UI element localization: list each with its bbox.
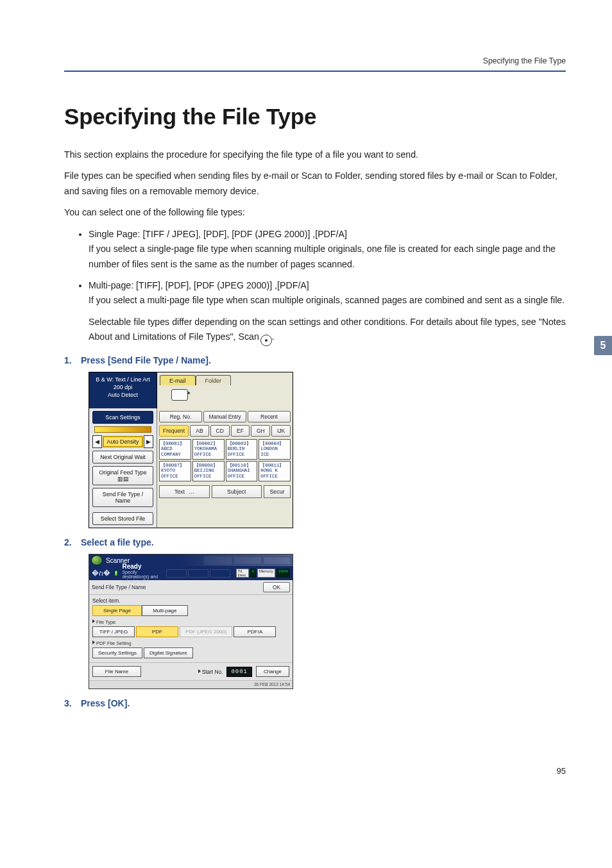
scan-mode-line2: 200 dpi <box>89 384 157 392</box>
opt-security-settings[interactable]: Security Settings <box>92 647 142 658</box>
bullet-single-page-head: Single Page: [TIFF / JPEG], [PDF], [PDF … <box>89 229 347 239</box>
single-page-toggle[interactable]: Single Page <box>92 605 142 616</box>
running-header: Specifying the File Type <box>64 56 566 65</box>
dialog-name: Send File Type / Name <box>92 584 146 590</box>
step-2: 2. Select a file type. <box>64 537 566 547</box>
reg-no-button[interactable]: Reg. No. <box>159 411 202 422</box>
ab-tab[interactable]: AB <box>190 425 209 437</box>
scan-mode-display: B & W: Text / Line Art 200 dpi Auto Dete… <box>89 372 157 408</box>
subject-button[interactable]: Subject <box>212 485 262 498</box>
manual-entry-button[interactable]: Manual Entry <box>203 411 246 422</box>
ready-led-icon <box>114 570 118 577</box>
select-item-label: Select item. <box>92 597 289 604</box>
dialog-status-bar: �ስ� Ready Specify destination(s) and set… <box>89 566 293 580</box>
gh-tab[interactable]: GH <box>251 425 270 437</box>
bullet-multi-page-desc-1: If you select a multi-page file type whe… <box>89 293 566 308</box>
dest-6[interactable]: 【00008】 BEIJING OFFICE <box>192 461 225 481</box>
file-type-label: File Type <box>92 619 289 625</box>
triangle-icon <box>92 619 95 623</box>
start-number-row: File Name Start No. 0001 Change <box>89 662 293 680</box>
dimmed-header-buttons <box>204 556 293 565</box>
next-original-wait-button[interactable]: Next Original Wait <box>92 451 153 463</box>
density-right-arrow[interactable]: ▶ <box>144 435 153 448</box>
opt-pdfa[interactable]: PDF/A <box>234 626 276 637</box>
text-button-ellipsis-icon: … <box>189 488 194 495</box>
scan-settings-button[interactable]: Scan Settings <box>92 411 153 424</box>
step-1: 1. Press [Send File Type / Name]. <box>64 355 566 365</box>
triangle-icon <box>198 669 201 673</box>
bullet-multi-page-desc-2: Selectable file types differ depending o… <box>89 315 566 346</box>
change-button[interactable]: Change <box>256 666 289 677</box>
ok-button[interactable]: OK <box>263 582 290 592</box>
ef-tab[interactable]: EF <box>231 425 250 437</box>
opt-digital-signature[interactable]: Digital Signature <box>144 647 193 658</box>
bullet-list: Single Page: [TIFF / JPEG], [PDF], [PDF … <box>64 227 566 347</box>
intro-paragraph-1: This section explains the procedure for … <box>64 147 566 162</box>
bullet-single-page-desc: If you select a single-page file type wh… <box>89 242 566 272</box>
dest-1[interactable]: 【00001】 ABCD COMPANY <box>159 439 191 460</box>
auto-density-button[interactable]: Auto Density <box>103 436 143 447</box>
freq-tab[interactable]: Frequent <box>159 425 189 437</box>
scanner-logo-icon <box>91 555 103 565</box>
total-dest-value: 0 <box>250 569 256 578</box>
page-number: 95 <box>64 766 566 776</box>
recent-button[interactable]: Recent <box>248 411 291 422</box>
start-no-value: 0001 <box>226 667 252 677</box>
pdf-file-setting-label-text: PDF File Setting <box>96 640 132 646</box>
text-button-label: Text <box>174 488 185 495</box>
step-1-text: Press [Send File Type / Name]. <box>81 355 211 365</box>
step-3-text: Press [OK]. <box>81 698 130 708</box>
intro-paragraph-2: File types can be specified when sending… <box>64 169 566 199</box>
internet-fax-icon[interactable] <box>171 389 188 401</box>
ready-subtext: Specify destination(s) and set original(… <box>122 570 162 583</box>
network-icon: �ስ� <box>92 569 110 578</box>
memory-label: Memory <box>257 569 275 578</box>
dest-5[interactable]: 【00007】 KYOTO OFFICE <box>159 461 191 481</box>
bullet-multi-page-head: Multi-page: [TIFF], [PDF], [PDF (JPEG 20… <box>89 280 309 290</box>
opt-tiff-jpeg[interactable]: TIFF / JPEG <box>92 626 135 637</box>
security-button[interactable]: Secur <box>264 485 291 498</box>
dest-4[interactable]: 【00004】 LONDON ICE <box>259 439 291 460</box>
memory-gauge: Ttl. Dest. 0 Memory 100% <box>236 569 290 578</box>
select-stored-file-button[interactable]: Select Stored File <box>92 512 153 525</box>
bullet-single-page: Single Page: [TIFF / JPEG], [PDF], [PDF … <box>89 227 566 272</box>
memory-value: 100% <box>276 569 290 578</box>
screenshot-file-type-dialog: Scanner �ስ� Ready Specify destination(s)… <box>89 554 293 689</box>
step-1-number: 1. <box>64 355 76 365</box>
step-3: 3. Press [OK]. <box>64 698 566 708</box>
file-name-button[interactable]: File Name <box>92 666 141 677</box>
chapter-side-tab: 5 <box>594 336 612 355</box>
density-gradient <box>94 426 151 433</box>
ready-label: Ready <box>122 563 162 570</box>
dialog-header-bar: Send File Type / Name OK <box>89 580 293 595</box>
triangle-icon <box>92 640 95 644</box>
step-2-text: Select a file type. <box>81 537 154 547</box>
original-feed-type-button[interactable]: Original Feed Type ▥▤ <box>92 466 153 485</box>
opt-pdf-jpeg2000: PDF (JPEG 2000) <box>180 626 232 637</box>
tab-folder[interactable]: Folder <box>196 375 232 385</box>
step-3-number: 3. <box>64 698 76 708</box>
density-left-arrow[interactable]: ◀ <box>92 435 102 448</box>
multi-page-toggle[interactable]: Multi-page <box>142 605 187 616</box>
send-file-type-name-button[interactable]: Send File Type / Name <box>92 488 153 507</box>
ijk-tab[interactable]: IJK <box>271 425 291 437</box>
tab-email[interactable]: E-mail <box>160 375 196 385</box>
file-type-label-text: File Type <box>96 619 115 625</box>
step-2-number: 2. <box>64 537 76 547</box>
bullet-multi-page-desc-2b: . <box>272 331 275 342</box>
dest-8[interactable]: 【00011】 HONG K OFFICE <box>259 461 291 481</box>
screenshot-scan-panel: B & W: Text / Line Art 200 dpi Auto Dete… <box>89 372 293 528</box>
original-feed-type-label: Original Feed Type <box>99 469 146 476</box>
opt-pdf[interactable]: PDF <box>136 626 178 637</box>
text-button[interactable]: Text … <box>159 485 210 498</box>
header-rule <box>64 71 566 72</box>
feed-type-icons: ▥▤ <box>117 476 129 482</box>
dest-2[interactable]: 【00002】 YOKOHAMA OFFICE <box>192 439 225 460</box>
page-content: Specifying the File Type Specifying the … <box>0 0 612 801</box>
timestamp: 26 FEB 2013 14:54 <box>89 680 293 689</box>
bullet-multi-page: Multi-page: [TIFF], [PDF], [PDF (JPEG 20… <box>89 278 566 346</box>
dest-3[interactable]: 【00003】 BERLIN OFFICE <box>226 439 258 460</box>
start-no-label-text: Start No. <box>202 669 223 675</box>
dest-7[interactable]: 【00110】 SHANGHAI OFFICE <box>226 461 258 481</box>
cd-tab[interactable]: CD <box>210 425 230 437</box>
